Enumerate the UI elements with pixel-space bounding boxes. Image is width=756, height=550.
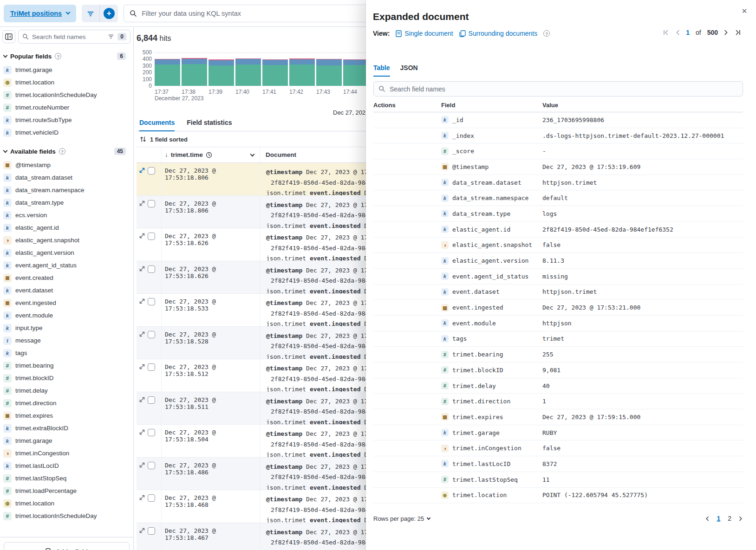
field-list-item[interactable]: trimet.loadPercentage <box>0 485 133 497</box>
tab-documents[interactable]: Documents <box>139 115 175 131</box>
histogram-bar[interactable] <box>155 59 180 86</box>
page-number-button[interactable]: 2 <box>728 515 731 522</box>
field-list-item[interactable]: data_stream.dataset <box>0 171 133 184</box>
row-checkbox[interactable] <box>148 527 155 535</box>
expand-document-icon[interactable] <box>139 266 145 294</box>
field-value-row[interactable]: trimet.expires Dec 27, 2023 @ 17:59:15.0… <box>373 409 743 425</box>
field-list-item[interactable]: trimet.routeNumber <box>0 101 133 114</box>
field-value-row[interactable]: data_stream.namespace default <box>373 190 743 206</box>
field-value-row[interactable]: trimet.inCongestion false <box>373 440 743 456</box>
field-list-item[interactable]: trimet.delay <box>0 384 133 397</box>
field-list-item[interactable]: trimet.locationInScheduleDay <box>0 510 133 522</box>
surrounding-documents-link[interactable]: Surrounding documents <box>459 30 538 37</box>
expand-document-icon[interactable] <box>139 298 145 326</box>
expand-document-icon[interactable] <box>139 397 145 425</box>
field-list-item[interactable]: data_stream.namespace <box>0 184 133 196</box>
field-list-item[interactable]: trimet.blockID <box>0 372 133 384</box>
field-list-item[interactable]: trimet.lastStopSeq <box>0 472 133 485</box>
row-checkbox[interactable] <box>148 265 155 273</box>
field-list-item[interactable]: event.ingested <box>0 297 133 309</box>
tab-json[interactable]: JSON <box>400 64 418 77</box>
row-checkbox[interactable] <box>148 363 155 371</box>
field-value-row[interactable]: data_stream.dataset httpjson.trimet <box>373 175 743 191</box>
field-list-item[interactable]: elastic_agent.version <box>0 246 133 259</box>
field-list-item[interactable]: event.agent_id_status <box>0 259 133 272</box>
expand-document-icon[interactable] <box>139 233 145 261</box>
field-list-item[interactable]: message <box>0 334 133 347</box>
expand-document-icon[interactable] <box>139 168 145 195</box>
flyout-field-search[interactable]: Search field names <box>373 81 743 97</box>
row-checkbox[interactable] <box>148 331 155 338</box>
histogram-bar[interactable] <box>235 58 261 86</box>
add-filter-button[interactable]: + <box>100 5 118 22</box>
row-checkbox[interactable] <box>148 396 155 404</box>
next-document-button[interactable] <box>724 29 729 36</box>
row-checkbox[interactable] <box>148 167 155 175</box>
field-list-item[interactable]: trimet.garage <box>0 434 133 447</box>
field-list-item[interactable]: @timestamp <box>0 159 133 171</box>
field-value-row[interactable]: _id 236_1703695998806 <box>373 112 743 128</box>
popular-fields-header[interactable]: Popular fields ? 6 <box>0 52 133 60</box>
field-value-row[interactable]: event.dataset httpjson.trimet <box>373 285 743 300</box>
row-checkbox[interactable] <box>148 462 155 469</box>
field-value-row[interactable]: trimet.delay 40 <box>373 378 743 394</box>
field-value-row[interactable]: elastic_agent.version 8.11.3 <box>373 253 743 269</box>
field-list-item[interactable]: trimet.routeSubType <box>0 114 133 126</box>
collapse-sidebar-button[interactable] <box>2 30 15 43</box>
field-value-row[interactable]: @timestamp Dec 27, 2023 @ 17:53:19.609 <box>373 159 743 175</box>
histogram-bar[interactable] <box>209 59 234 86</box>
field-value-row[interactable]: trimet.lastLocID 8372 <box>373 456 743 472</box>
field-list-item[interactable]: input.type <box>0 322 133 334</box>
field-value-row[interactable]: event.module httpjson <box>373 316 743 331</box>
field-list-item[interactable]: trimet.garage <box>0 64 133 76</box>
field-value-row[interactable]: data_stream.type logs <box>373 206 743 222</box>
grid-header-time-column[interactable]: ↓ trimet.time <box>162 147 260 162</box>
last-document-button[interactable] <box>735 29 741 36</box>
field-search-input[interactable]: Search field names 0 <box>18 30 130 44</box>
row-checkbox[interactable] <box>148 298 155 305</box>
expand-document-icon[interactable] <box>139 331 145 359</box>
expand-document-icon[interactable] <box>139 364 145 392</box>
field-list-item[interactable]: event.created <box>0 272 133 284</box>
field-value-row[interactable]: trimet.bearing 255 <box>373 347 743 362</box>
expand-document-icon[interactable] <box>139 201 145 228</box>
page-number-button[interactable]: 1 <box>717 515 720 522</box>
filter-menu-button[interactable] <box>82 5 100 22</box>
row-checkbox[interactable] <box>148 429 155 436</box>
field-value-row[interactable]: elastic_agent.id 2f82f419-850d-45ed-82da… <box>373 222 743 238</box>
sort-fields-icon[interactable] <box>140 136 146 142</box>
field-list-item[interactable]: data_stream.type <box>0 196 133 209</box>
expand-document-icon[interactable] <box>139 429 145 457</box>
field-value-row[interactable]: trimet.lastStopSeq 11 <box>373 472 743 488</box>
field-list-item[interactable]: trimet.lastLocID <box>0 459 133 472</box>
row-checkbox[interactable] <box>148 200 155 207</box>
field-list-item[interactable]: event.module <box>0 309 133 322</box>
column-menu-chevron-icon[interactable] <box>250 152 255 156</box>
previous-document-button[interactable] <box>675 29 680 36</box>
field-value-row[interactable]: trimet.garage RUBY <box>373 425 743 441</box>
field-list-item[interactable]: trimet.inCongestion <box>0 447 133 459</box>
field-value-row[interactable]: _score - <box>373 143 743 159</box>
single-document-link[interactable]: Single document <box>396 30 453 37</box>
field-list-item[interactable]: trimet.locationInScheduleDay <box>0 89 133 101</box>
histogram-bar[interactable] <box>182 58 207 86</box>
field-value-row[interactable]: elastic_agent.snapshot false <box>373 238 743 253</box>
field-list-item[interactable]: trimet.direction <box>0 397 133 409</box>
tab-table[interactable]: Table <box>373 64 390 77</box>
histogram-bar[interactable] <box>289 58 315 86</box>
expand-document-icon[interactable] <box>139 495 145 523</box>
field-list-item[interactable]: elastic_agent.id <box>0 221 133 234</box>
previous-page-button[interactable] <box>705 516 709 522</box>
field-value-row[interactable]: event.agent_id_status missing <box>373 269 743 285</box>
expand-document-icon[interactable] <box>139 462 145 490</box>
field-list-item[interactable]: ecs.version <box>0 209 133 221</box>
available-fields-header[interactable]: Available fields ? 45 <box>0 148 133 155</box>
row-checkbox[interactable] <box>148 233 155 240</box>
field-value-row[interactable]: trimet.direction 1 <box>373 394 743 409</box>
first-document-button[interactable] <box>663 29 669 36</box>
tab-field-statistics[interactable]: Field statistics <box>187 115 232 131</box>
field-value-row[interactable]: _index .ds-logs-httpjson.trimet-default-… <box>373 128 743 144</box>
field-value-row[interactable]: trimet.location POINT (-122.605794 45.52… <box>373 488 743 504</box>
field-list-item[interactable]: trimet.expires <box>0 409 133 422</box>
field-list-item[interactable]: elastic_agent.snapshot <box>0 234 133 246</box>
